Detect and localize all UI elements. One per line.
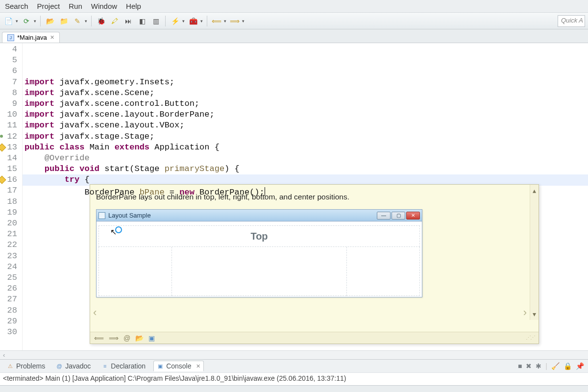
open-folder-icon[interactable]: 📁 (58, 16, 69, 26)
tab-label: Console (166, 362, 191, 370)
external-tools-icon[interactable]: 🧰 (188, 16, 198, 26)
sample-app-icon (98, 212, 105, 219)
sample-top-region: Top (98, 225, 420, 247)
close-icon[interactable]: ✕ (196, 363, 200, 369)
sample-left-region (98, 247, 172, 296)
debug-icon[interactable]: 🐞 (96, 16, 106, 26)
sample-title: Layout Sample (108, 212, 151, 219)
breakpoint-icon[interactable]: ◧ (137, 16, 147, 26)
separator (40, 16, 41, 26)
new-icon[interactable]: 📄 (3, 16, 14, 26)
layout-icon[interactable]: ▥ (150, 16, 161, 26)
menu-help[interactable]: Help (126, 2, 141, 10)
javadoc-popup: BorderPane lays out children in top, lef… (90, 184, 539, 344)
close-window-icon[interactable]: ✕ (406, 212, 420, 220)
console-tools: ■ ✖ ✱ | 🧹 🔒 📌 (518, 362, 584, 370)
dropdown-icon[interactable]: ▾ (182, 19, 185, 24)
javadoc-scrollbar[interactable]: ▴ ▾ (530, 185, 539, 320)
bottom-view-tabs: ⚠ Problems @ Javadoc ≡ Declaration ▣ Con… (0, 359, 588, 372)
javadoc-forward-icon[interactable]: ⟹ (109, 334, 119, 342)
javadoc-next-icon[interactable]: › (523, 306, 527, 319)
run-icon[interactable]: ⚡ (170, 16, 180, 26)
toolbar: 📄▾ ⟳▾ 📂 📁 ✎▾ 🐞 🖍 ⏭ ◧ ▥ ⚡▾ 🧰▾ ⟸▾ ⟹▾ Quick… (0, 13, 588, 29)
remove-icon[interactable]: ✖ (526, 362, 532, 370)
save-icon[interactable]: ⟳ (21, 16, 32, 26)
tab-declaration[interactable]: ≡ Declaration (98, 361, 148, 371)
javadoc-prev-icon[interactable]: ‹ (93, 306, 97, 319)
menu-run[interactable]: Run (69, 2, 82, 10)
tab-label: Problems (16, 362, 45, 370)
separator (165, 16, 166, 26)
dropdown-icon[interactable]: ▾ (200, 19, 203, 24)
menu-search[interactable]: Search (5, 2, 28, 10)
tab-label: Javadoc (65, 362, 91, 370)
javadoc-open-view-icon[interactable]: ▣ (148, 334, 155, 342)
pin-console-icon[interactable]: 📌 (576, 362, 584, 370)
scroll-lock-icon[interactable]: 🔒 (564, 362, 572, 370)
terminate-icon[interactable]: ■ (518, 362, 522, 370)
close-icon[interactable]: ✕ (50, 34, 54, 41)
skip-icon[interactable]: ⏭ (123, 16, 134, 26)
clear-console-icon[interactable]: 🧹 (551, 362, 560, 370)
declaration-icon: ≡ (101, 363, 108, 369)
quick-access-input[interactable]: Quick A (558, 15, 585, 27)
tab-problems[interactable]: ⚠ Problems (4, 361, 48, 371)
sample-window: Layout Sample — ▢ ✕ ↖ Top (96, 209, 422, 297)
status-bar (0, 385, 588, 392)
sample-center-region (172, 247, 346, 296)
minimize-icon[interactable]: — (377, 212, 391, 220)
edit-icon[interactable]: ✎ (72, 16, 83, 26)
highlight-icon[interactable]: 🖍 (109, 16, 120, 26)
editor-hscroll[interactable]: ‹ (0, 350, 588, 359)
sample-titlebar: Layout Sample — ▢ ✕ (97, 210, 422, 221)
javadoc-pager: ‹ › (93, 306, 527, 319)
console-icon: ▣ (157, 363, 164, 369)
editor-tabstrip: J *Main.java ✕ (0, 29, 588, 43)
tab-console[interactable]: ▣ Console ✕ (153, 361, 203, 371)
console-output: <terminated> Main (1) [Java Application]… (0, 372, 588, 385)
sample-body: ↖ Top (97, 221, 422, 297)
remove-all-icon[interactable]: ✱ (536, 362, 541, 370)
javadoc-body: BorderPane lays out children in top, lef… (90, 185, 539, 332)
forward-icon[interactable]: ⟹ (229, 16, 240, 26)
editor-area: 4567891011121314151617181920212223242526… (0, 43, 588, 350)
javadoc-link-icon[interactable]: @ (123, 334, 130, 342)
editor-tab-main[interactable]: J *Main.java ✕ (2, 32, 60, 43)
dropdown-icon[interactable]: ▾ (34, 19, 36, 24)
separator (91, 16, 92, 26)
maximize-icon[interactable]: ▢ (392, 212, 405, 220)
cursor-icon: ↖ (110, 227, 117, 237)
line-number-gutter: 4567891011121314151617181920212223242526… (0, 43, 23, 350)
java-file-icon: J (7, 34, 14, 41)
dropdown-icon[interactable]: ▾ (16, 19, 18, 24)
tab-filename: *Main.java (17, 34, 47, 41)
back-icon[interactable]: ⟸ (211, 16, 222, 26)
resize-grip-icon[interactable]: ⋰⋰ (526, 335, 535, 341)
menu-project[interactable]: Project (37, 2, 60, 10)
javadoc-back-icon[interactable]: ⟸ (94, 334, 104, 342)
tab-label: Declaration (111, 362, 146, 370)
javadoc-icon: @ (56, 363, 63, 369)
scroll-down-icon[interactable]: ▾ (533, 310, 536, 318)
separator (207, 16, 207, 26)
menu-bar: Search Project Run Window Help (0, 0, 588, 13)
dropdown-icon[interactable]: ▾ (242, 19, 245, 24)
scroll-left-icon[interactable]: ‹ (3, 351, 5, 359)
problems-icon: ⚠ (7, 363, 14, 369)
javadoc-open-browser-icon[interactable]: 📂 (135, 334, 144, 342)
open-project-icon[interactable]: 📂 (45, 16, 55, 26)
menu-window[interactable]: Window (91, 2, 117, 10)
dropdown-icon[interactable]: ▾ (224, 19, 226, 24)
sample-right-region (346, 247, 420, 296)
tab-javadoc[interactable]: @ Javadoc (53, 361, 94, 371)
dropdown-icon[interactable]: ▾ (85, 19, 87, 24)
javadoc-toolbar: ⟸ ⟹ @ 📂 ▣ ⋰⋰ (90, 332, 539, 343)
